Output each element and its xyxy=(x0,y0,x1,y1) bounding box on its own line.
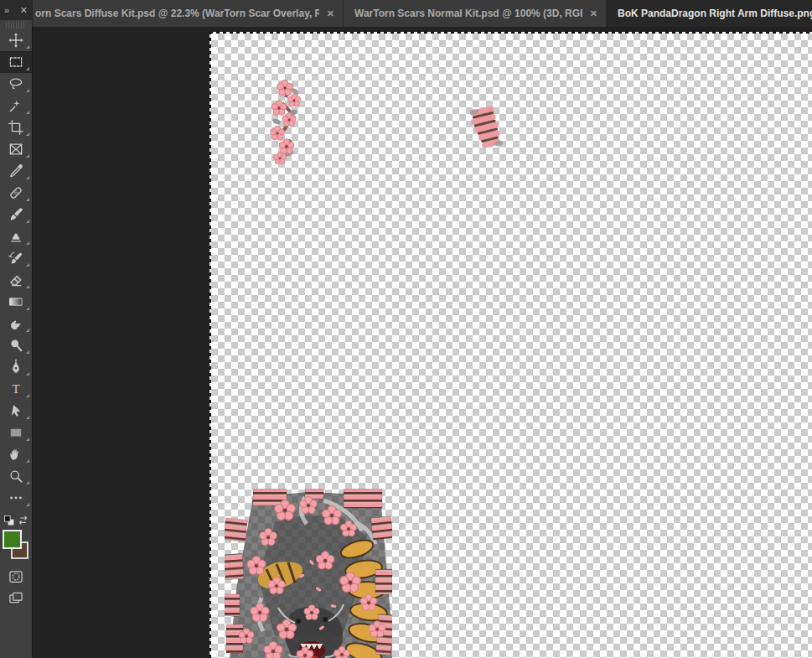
move-icon xyxy=(8,32,24,49)
tab-wartorn-normal[interactable]: WarTorn Scars Normal Kit.psd @ 100% (3D,… xyxy=(344,0,607,27)
flower-cluster-small-right xyxy=(470,104,505,156)
tool-brush[interactable] xyxy=(0,204,32,225)
tool-rectangular-marquee[interactable] xyxy=(0,51,32,73)
healing-brush-icon xyxy=(8,184,24,201)
dodge-icon xyxy=(8,337,24,354)
tab-wartorn-diffuse[interactable]: orn Scars Diffuse Kit.psd @ 22.3% (WarTo… xyxy=(0,0,344,27)
gradient-icon xyxy=(8,293,24,310)
quick-mask-icon xyxy=(8,568,24,585)
swatch-controls xyxy=(0,512,32,527)
eraser-icon xyxy=(8,272,24,288)
eyedropper-icon xyxy=(8,163,24,179)
close-panel-icon[interactable]: ✕ xyxy=(20,6,28,15)
tool-crop[interactable] xyxy=(0,117,32,138)
tool-dodge[interactable] xyxy=(0,334,32,356)
tool-move[interactable] xyxy=(0,29,32,51)
dragon-blossom-artwork xyxy=(225,489,392,658)
tool-lasso[interactable] xyxy=(0,73,32,95)
color-swatches xyxy=(0,529,32,566)
lasso-icon xyxy=(8,75,24,92)
smudge-icon xyxy=(8,315,24,332)
tab-label: WarTorn Scars Normal Kit.psd @ 100% (3D,… xyxy=(354,8,582,19)
tool-frame[interactable] xyxy=(0,138,32,160)
tool-eyedropper[interactable] xyxy=(0,160,32,182)
rectangular-marquee-icon xyxy=(8,54,24,70)
tool-type[interactable] xyxy=(0,378,32,400)
flower-cluster-small-left xyxy=(266,78,307,165)
tools-panel-header: » ✕ xyxy=(0,0,32,20)
collapse-panel-icon[interactable]: » xyxy=(4,6,9,15)
type-icon xyxy=(8,381,24,397)
tool-healing-brush[interactable] xyxy=(0,182,32,204)
pen-icon xyxy=(8,359,24,376)
tool-eraser[interactable] xyxy=(0,269,32,291)
tool-gradient[interactable] xyxy=(0,291,32,313)
tool-zoom[interactable] xyxy=(0,465,32,487)
path-select-icon xyxy=(8,402,24,419)
screen-mode-icon xyxy=(8,590,24,607)
tool-hand[interactable] xyxy=(0,443,32,465)
tool-clone-stamp[interactable] xyxy=(0,225,32,247)
tool-path-select[interactable] xyxy=(0,400,32,422)
brush-icon xyxy=(8,206,24,223)
toolbar-tools xyxy=(0,29,32,509)
document-canvas[interactable] xyxy=(211,34,812,658)
swap-colors-icon[interactable] xyxy=(17,514,29,526)
tool-pen[interactable] xyxy=(0,356,32,378)
tool-history-brush[interactable] xyxy=(0,247,32,269)
shape-icon xyxy=(8,424,24,441)
history-brush-icon xyxy=(8,250,24,267)
hand-icon xyxy=(8,446,24,463)
default-colors-icon[interactable] xyxy=(3,514,15,526)
tab-pandadragon-diffuse-active[interactable]: BoK PandaDragon Right Arm Diffuse.png @ xyxy=(607,0,812,27)
tab-label: orn Scars Diffuse Kit.psd @ 22.3% (WarTo… xyxy=(35,8,319,19)
zoom-icon xyxy=(8,468,24,484)
tool-smudge[interactable] xyxy=(0,313,32,334)
tools-panel: » ✕ xyxy=(0,0,32,658)
tool-more-options[interactable] xyxy=(0,487,32,509)
selection-marching-ants-left xyxy=(209,32,211,658)
foreground-color-swatch[interactable] xyxy=(3,530,22,549)
crop-icon xyxy=(8,119,24,136)
magic-wand-icon xyxy=(8,97,24,114)
tab-close-icon[interactable]: ✕ xyxy=(327,8,334,19)
more-options-icon xyxy=(8,490,24,506)
quick-mask-button[interactable] xyxy=(0,566,32,588)
selection-marching-ants-top xyxy=(209,32,812,34)
tab-label: BoK PandaDragon Right Arm Diffuse.png @ xyxy=(618,8,812,19)
document-tabbar: orn Scars Diffuse Kit.psd @ 22.3% (WarTo… xyxy=(0,0,812,27)
tool-magic-wand[interactable] xyxy=(0,95,32,117)
photoshop-window: { "colors": { "workspace_bg": "#222222",… xyxy=(0,0,812,658)
tab-close-icon[interactable]: ✕ xyxy=(590,8,597,19)
panel-grip[interactable] xyxy=(6,22,26,28)
frame-icon xyxy=(8,141,24,158)
screen-mode-button[interactable] xyxy=(0,588,32,609)
clone-stamp-icon xyxy=(8,228,24,245)
tool-shape[interactable] xyxy=(0,422,32,443)
